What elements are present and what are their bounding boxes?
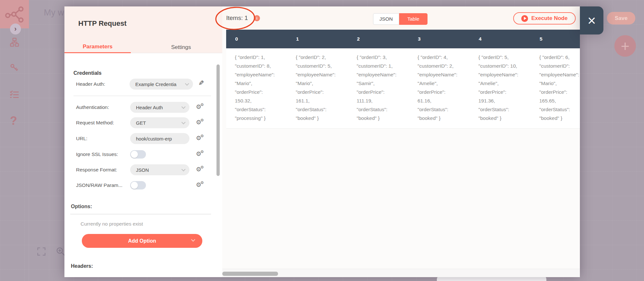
table-column-header: 3 (409, 30, 470, 48)
credential-select[interactable]: Example Credentia (130, 79, 193, 90)
pencil-icon: ✎ (198, 79, 204, 87)
save-button-label: Save (615, 15, 628, 22)
view-table-button[interactable]: Table (399, 13, 428, 25)
request-method-select[interactable]: GET (130, 117, 189, 128)
node-detail-modal: HTTP Request Parameters Settings Credent… (64, 6, 580, 277)
checklist-icon (10, 91, 19, 99)
field-label-url: URL: (76, 136, 87, 141)
request-method-select-value: GET (136, 120, 182, 126)
zoom-to-fit-button[interactable] (37, 247, 45, 257)
credentials-heading: Credentials (73, 70, 101, 76)
chevron-down-icon (181, 120, 186, 124)
execute-node-label: Execute Node (531, 15, 567, 22)
play-icon (521, 15, 528, 22)
response-format-select-value: JSON (136, 167, 182, 173)
table-column-header: 4 (470, 30, 531, 48)
url-input-value: hook/custom-erp (136, 136, 185, 141)
gear-icon: ⚙ (200, 150, 204, 154)
gear-icon: ⚙ (200, 118, 204, 122)
gear-icon: ⚙ (200, 103, 204, 107)
table-cell: { "orderID": 3, "customerID": 1, "employ… (348, 48, 409, 128)
output-table-header: 0 1 2 3 4 5 (226, 30, 580, 48)
options-heading: Options: (71, 204, 92, 209)
items-info-button[interactable]: i (254, 15, 260, 21)
save-button[interactable]: Save (607, 12, 635, 24)
info-icon: i (256, 16, 257, 21)
chevron-right-icon: › (14, 25, 16, 33)
close-modal-button[interactable]: × (580, 6, 603, 34)
table-cell: { "orderID": 5, "customerID": 10, "emplo… (470, 48, 531, 128)
tab-parameters[interactable]: Parameters (64, 41, 131, 53)
execute-node-button[interactable]: Execute Node (513, 12, 576, 24)
authentication-select[interactable]: Header Auth (130, 102, 189, 113)
divider (70, 214, 211, 214)
node-settings-header: HTTP Request Parameters Settings (64, 6, 222, 53)
headers-heading: Headers: (71, 263, 93, 269)
table-cell: { "orderID": 2, "customerID": 5, "employ… (287, 48, 348, 128)
add-option-label: Add Option (128, 238, 156, 244)
key-icon (10, 63, 18, 72)
options-empty-text: Currently no properties exist (81, 221, 143, 227)
toggle-knob (131, 182, 138, 189)
items-count: Items: 1 (226, 15, 248, 22)
view-json-button[interactable]: JSON (373, 13, 399, 25)
node-title: HTTP Request (78, 19, 127, 28)
field-label-header-auth: Header Auth: (76, 81, 105, 87)
request-method-gear-button[interactable]: ⚙ ⚙ (196, 119, 204, 127)
gear-icon: ⚙ (200, 181, 204, 185)
chevron-down-icon (181, 167, 186, 171)
table-column-header: 5 (531, 30, 580, 48)
field-label-json-raw: JSON/RAW Param... (76, 182, 122, 188)
node-settings-panel: HTTP Request Parameters Settings Credent… (64, 6, 222, 277)
plus-icon: + (621, 37, 630, 55)
table-cell: { "orderID": 6, "customerID": "employeeN… (531, 48, 580, 128)
tab-settings[interactable]: Settings (131, 41, 222, 53)
field-label-authentication: Authentication: (76, 104, 109, 110)
sidebar-item-help[interactable]: ? (10, 114, 17, 128)
ignore-ssl-toggle[interactable] (130, 150, 146, 159)
toggle-knob (131, 151, 138, 158)
fit-view-icon (37, 247, 45, 256)
parameters-scrollbar[interactable] (216, 64, 220, 176)
table-column-header: 0 (226, 30, 287, 48)
ignore-ssl-gear-button[interactable]: ⚙ ⚙ (196, 150, 204, 158)
sidebar-expand-button[interactable]: › (10, 24, 21, 34)
field-label-request-method: Request Method: (76, 120, 114, 126)
edit-credential-button[interactable]: ✎ (198, 79, 204, 87)
output-panel: Items: 1 i JSON Table Execute Node 0 1 2… (222, 6, 580, 277)
table-cell: { "orderID": 4, "customerID": 2, "employ… (409, 48, 470, 128)
add-option-button[interactable]: Add Option (82, 234, 202, 248)
response-format-gear-button[interactable]: ⚙ ⚙ (196, 166, 204, 174)
response-format-select[interactable]: JSON (130, 164, 189, 175)
table-row: { "orderID": 1, "customerID": 8, "employ… (226, 48, 580, 129)
close-icon: × (588, 13, 596, 29)
sidebar-item-workflows[interactable] (10, 38, 19, 47)
table-horizontal-scrollbar[interactable] (222, 272, 278, 276)
sidebar-item-executions[interactable] (10, 91, 19, 99)
divider (73, 96, 211, 96)
chevron-down-icon (185, 82, 189, 86)
authentication-gear-button[interactable]: ⚙ ⚙ (196, 103, 204, 111)
json-raw-toggle[interactable] (130, 181, 146, 189)
chevron-down-icon (191, 237, 195, 242)
sidebar: › ? (0, 0, 29, 281)
authentication-select-value: Header Auth (136, 105, 182, 110)
chevron-down-icon (181, 105, 186, 109)
add-node-button[interactable]: + (614, 35, 636, 57)
question-mark-icon: ? (10, 114, 17, 128)
json-raw-gear-button[interactable]: ⚙ ⚙ (196, 181, 204, 189)
credential-select-value: Example Credentia (135, 82, 186, 87)
output-view-toggle: JSON Table (373, 13, 428, 25)
field-label-response-format: Response Format: (76, 167, 117, 173)
gear-icon: ⚙ (200, 165, 204, 169)
gear-icon: ⚙ (200, 134, 204, 138)
table-cell: { "orderID": 1, "customerID": 8, "employ… (226, 48, 287, 128)
table-column-header: 1 (287, 30, 348, 48)
field-label-ignore-ssl: Ignore SSL Issues: (76, 151, 118, 157)
workflow-icon (10, 38, 19, 47)
url-gear-button[interactable]: ⚙ ⚙ (196, 135, 204, 142)
url-input[interactable]: hook/custom-erp (130, 133, 189, 144)
table-column-header: 2 (348, 30, 409, 48)
sidebar-item-credentials[interactable] (10, 63, 18, 72)
